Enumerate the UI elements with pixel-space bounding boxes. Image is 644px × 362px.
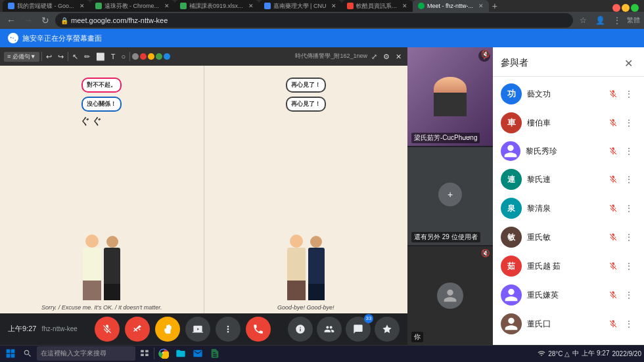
name-2: 樓伯車 bbox=[527, 118, 601, 129]
secure-icon: 🔒 bbox=[60, 17, 68, 24]
minimize-button[interactable] bbox=[612, 4, 620, 12]
eraser-icon[interactable]: ⬜ bbox=[94, 52, 107, 62]
more-icon-2[interactable]: ⋮ bbox=[622, 116, 636, 130]
input-method: 中 bbox=[572, 349, 579, 358]
tab-1-close[interactable]: ✕ bbox=[80, 3, 85, 9]
tile-2-name: 還有另外 29 位使用者 bbox=[411, 232, 480, 242]
end-call-button[interactable] bbox=[246, 317, 271, 342]
more-icon-4[interactable]: ⋮ bbox=[622, 172, 636, 187]
toolbar-left: 上午9:27 fhz-nttw-kee bbox=[8, 324, 78, 334]
more-icon-8[interactable]: ⋮ bbox=[622, 288, 636, 302]
avatar-6: 敏 bbox=[501, 227, 522, 248]
color-red[interactable] bbox=[140, 53, 147, 60]
start-button[interactable] bbox=[3, 346, 18, 361]
chat-button[interactable]: 33 bbox=[346, 317, 371, 342]
explorer-icon[interactable] bbox=[173, 346, 189, 361]
color-blue[interactable] bbox=[164, 53, 170, 60]
participants-button[interactable] bbox=[317, 317, 342, 342]
tab-6[interactable]: Meet - fhz-nttw-... ✕ bbox=[413, 0, 489, 12]
shape-icon[interactable]: ○ bbox=[119, 52, 127, 61]
name-1: 藝文功 bbox=[527, 89, 601, 100]
video-tile-1[interactable]: ⋮ 梁氏茹芳-CucPhương 🔇 bbox=[407, 47, 493, 146]
chrome-icon[interactable] bbox=[156, 346, 172, 361]
tab-5[interactable]: 軟酷員資訊系... ✕ bbox=[342, 0, 413, 12]
mail-icon[interactable] bbox=[190, 346, 206, 361]
camera-button[interactable] bbox=[125, 317, 150, 342]
more-icon-7[interactable]: ⋮ bbox=[622, 259, 636, 273]
color-gray[interactable] bbox=[132, 53, 139, 60]
avatar-2: 車 bbox=[501, 112, 522, 133]
maximize-button[interactable] bbox=[622, 4, 630, 12]
menu-button[interactable]: ⋮ bbox=[610, 13, 624, 28]
mic-button[interactable] bbox=[95, 317, 120, 342]
tab-4-close[interactable]: ✕ bbox=[331, 3, 336, 9]
search-button[interactable] bbox=[20, 346, 35, 361]
actions-8: ⋮ bbox=[606, 288, 636, 302]
video-tile-2[interactable]: + 還有另外 29 位使用者 bbox=[407, 147, 493, 246]
browser-tabs: 我的雲端硬碟 - Goo... ✕ 遠珠芬教 - Chrome... ✕ 補課課… bbox=[0, 0, 644, 12]
actions-9: ⋮ bbox=[606, 317, 636, 331]
participant-item-1: 功 藝文功 ⋮ bbox=[493, 79, 644, 108]
activities-button[interactable] bbox=[375, 317, 400, 342]
expand-icon[interactable]: ⤢ bbox=[369, 52, 379, 62]
left-subtitle: Sorry. / Excuse me. It's OK. / It doesn'… bbox=[0, 304, 204, 311]
excel-icon[interactable] bbox=[207, 346, 223, 361]
network-icon bbox=[538, 350, 545, 357]
left-figures bbox=[83, 131, 120, 313]
more-icon-9[interactable]: ⋮ bbox=[622, 317, 636, 331]
color-yellow[interactable] bbox=[148, 53, 154, 60]
tab-5-close[interactable]: ✕ bbox=[402, 3, 407, 9]
raise-hand-button[interactable] bbox=[155, 317, 180, 342]
taskbar-search-box[interactable]: 在這裡輸入文字來搜尋 bbox=[37, 346, 135, 361]
video-tile-3[interactable]: 你 🔇 bbox=[407, 246, 493, 345]
more-icon-3[interactable]: ⋮ bbox=[622, 144, 636, 158]
more-options-button[interactable] bbox=[216, 317, 241, 342]
actions-2: ⋮ bbox=[606, 116, 636, 130]
actions-7: ⋮ bbox=[606, 259, 636, 273]
bookmark-button[interactable]: ☆ bbox=[576, 13, 590, 28]
undo-icon[interactable]: ↩ bbox=[44, 52, 54, 62]
name-8: 重氏嫌英 bbox=[527, 290, 601, 301]
address-bar[interactable]: 🔒 meet.google.com/fhz-nttw-kee bbox=[55, 13, 573, 28]
tab-3-close[interactable]: ✕ bbox=[248, 3, 254, 9]
color-green[interactable] bbox=[156, 53, 162, 60]
new-tab-button[interactable]: + bbox=[489, 0, 501, 12]
participant-item-8: 重氏嫌英 ⋮ bbox=[493, 281, 644, 309]
close-share-icon[interactable]: ✕ bbox=[394, 52, 403, 62]
tab-2-close[interactable]: ✕ bbox=[164, 3, 170, 9]
more-icon-6[interactable]: ⋮ bbox=[622, 230, 636, 244]
task-view-button[interactable] bbox=[137, 346, 152, 361]
more-icon-5[interactable]: ⋮ bbox=[622, 201, 636, 215]
tab-1[interactable]: 我的雲端硬碟 - Goo... ✕ bbox=[3, 0, 90, 12]
settings-icon[interactable]: ⚙ bbox=[381, 52, 392, 62]
present-button[interactable] bbox=[185, 317, 210, 342]
name-9: 董氏囗 bbox=[527, 319, 601, 330]
pointer-icon[interactable]: ↖ bbox=[70, 52, 80, 62]
back-button[interactable]: ← bbox=[4, 13, 18, 28]
tab-2[interactable]: 遠珠芬教 - Chrome... ✕ bbox=[90, 0, 175, 12]
mic-icon-5 bbox=[606, 201, 620, 215]
tab-6-close[interactable]: ✕ bbox=[478, 3, 484, 9]
profile-button[interactable]: 👤 bbox=[593, 13, 607, 28]
forward-button[interactable]: → bbox=[21, 13, 35, 28]
refresh-button[interactable]: ↻ bbox=[38, 13, 53, 28]
close-button[interactable] bbox=[631, 4, 639, 12]
redo-icon[interactable]: ↪ bbox=[56, 52, 66, 62]
info-button[interactable] bbox=[288, 317, 313, 342]
file-menu[interactable]: ≡ 必備句▼ bbox=[4, 52, 39, 62]
participant-item-3: 黎氏秀珍 ⋮ bbox=[493, 137, 644, 165]
toolbar-separator-2 bbox=[68, 52, 68, 61]
actions-1: ⋮ bbox=[606, 87, 636, 101]
actions-4: ⋮ bbox=[606, 172, 636, 187]
more-icon-1[interactable]: ⋮ bbox=[622, 87, 636, 101]
screen-share-view: ≡ 必備句▼ ↩ ↪ ↖ ✏ ⬜ T ○ bbox=[0, 47, 407, 313]
text-icon[interactable]: T bbox=[109, 52, 118, 61]
svg-rect-1 bbox=[11, 350, 15, 353]
tab-4[interactable]: 嘉南藥理大學 | CNU ✕ bbox=[259, 0, 342, 12]
mic-icon-7 bbox=[606, 259, 620, 273]
panel-close-button[interactable]: ✕ bbox=[620, 55, 636, 71]
toolbar-right: 33 bbox=[288, 317, 400, 342]
pen-icon[interactable]: ✏ bbox=[82, 52, 92, 62]
tab-3[interactable]: 補課課表0919.xlsx... ✕ bbox=[175, 0, 259, 12]
name-7: 重氏越 茹 bbox=[527, 261, 601, 272]
